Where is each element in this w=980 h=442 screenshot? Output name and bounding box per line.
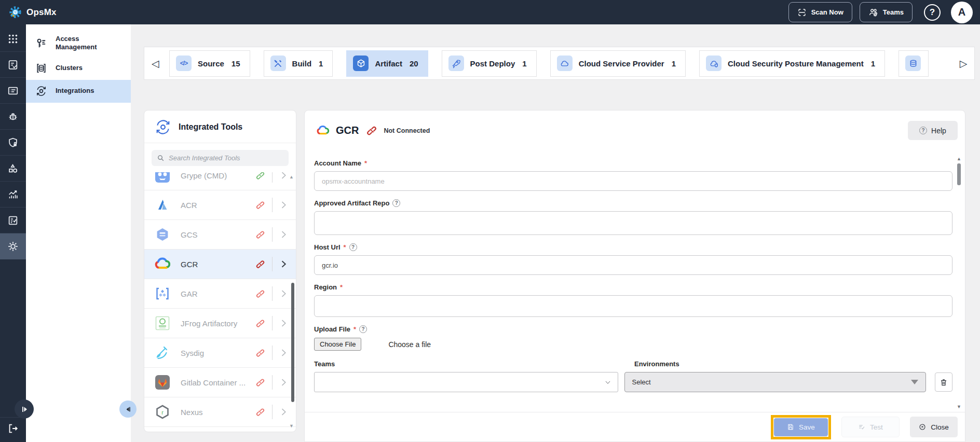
save-button[interactable]: Save — [774, 418, 828, 436]
disconnected-plug-icon — [255, 378, 265, 388]
tabs-scroll-left-icon[interactable]: ◁ — [144, 58, 166, 70]
environments-select[interactable]: Select — [624, 372, 927, 392]
bug-icon[interactable] — [0, 104, 26, 130]
form-scrollbar-thumb[interactable] — [957, 163, 961, 185]
tab-cloud-security-posture-management[interactable]: Cloud Security Posture Management 1 — [699, 50, 885, 77]
sidebar-item-label: Clusters — [56, 64, 83, 72]
sidebar-item-integrations[interactable]: Integrations — [26, 80, 131, 103]
chevron-right-icon[interactable] — [278, 318, 289, 328]
test-button[interactable]: Test — [841, 417, 900, 437]
form-scrollbar[interactable]: ▲ ▼ — [956, 156, 962, 409]
close-circle-icon — [919, 423, 926, 431]
question-circle-icon[interactable]: ? — [392, 199, 400, 207]
tools-scroll-up-icon[interactable]: ▲ — [289, 174, 294, 179]
gitlab-logo-icon — [155, 375, 170, 390]
analytics-chart-icon[interactable] — [0, 182, 26, 208]
chevron-right-icon[interactable] — [278, 348, 289, 358]
tools-scrollbar-thumb[interactable] — [291, 283, 294, 402]
approved-artifact-repo-input[interactable] — [314, 211, 952, 235]
integrated-tools-panel: Integrated Tools Grype (CMD) — [144, 110, 296, 432]
chevron-right-icon[interactable] — [278, 407, 289, 417]
host-url-input[interactable] — [314, 255, 952, 275]
close-button[interactable]: Close — [910, 417, 958, 437]
settings-gear-icon[interactable] — [0, 233, 26, 259]
disconnected-plug-icon — [255, 289, 265, 299]
chevron-right-icon[interactable] — [278, 172, 289, 181]
task-check-icon[interactable] — [0, 52, 26, 78]
tab-partial[interactable] — [899, 50, 929, 77]
tab-source[interactable]: </> Source 15 — [169, 50, 250, 77]
upload-file-row: Choose File Choose a file — [314, 338, 952, 351]
tool-row-gar[interactable]: GAR — [144, 279, 296, 309]
teams-label: Teams — [314, 360, 625, 368]
tool-row-acr[interactable]: ACR — [144, 190, 296, 220]
tool-row-jfrog-artifactory[interactable]: JFrog Artifactory — [144, 309, 296, 338]
account-name-input[interactable] — [314, 171, 952, 191]
key-icon — [35, 37, 47, 49]
chevron-right-icon[interactable] — [278, 200, 289, 210]
database-icon — [905, 56, 921, 71]
teams-icon — [868, 7, 878, 17]
tab-artifact[interactable]: Artifact 20 — [346, 50, 428, 77]
region-label: Region* — [314, 283, 952, 291]
rail-expand-handle[interactable] — [15, 399, 34, 419]
delete-environment-button[interactable] — [935, 372, 952, 392]
chevron-right-icon[interactable] — [278, 288, 289, 299]
svg-text:r: r — [161, 409, 164, 416]
environments-value: Select — [632, 378, 911, 386]
region-input[interactable] — [314, 295, 952, 317]
avatar[interactable]: A — [951, 2, 973, 23]
disconnected-plug-icon — [255, 230, 265, 240]
tools-scroll-down-icon[interactable]: ▼ — [289, 423, 294, 429]
tool-row-partial[interactable] — [144, 427, 296, 431]
tab-build[interactable]: Build 1 — [264, 50, 333, 77]
icon-rail — [0, 24, 26, 442]
audit-list-icon[interactable] — [0, 208, 26, 233]
detail-header: GCR Not Connected ? Help — [305, 111, 965, 147]
sidebar-item-clusters[interactable]: Clusters — [26, 57, 131, 80]
save-icon — [787, 423, 794, 431]
question-circle-icon[interactable]: ? — [359, 325, 367, 333]
scan-now-button[interactable]: Scan Now — [788, 2, 852, 22]
teams-button[interactable]: Teams — [860, 2, 913, 22]
choose-file-button[interactable]: Choose File — [314, 338, 361, 351]
gcr-form: Account Name* Approved Artifact Repo ? H… — [305, 154, 952, 411]
sidebar-collapse-handle[interactable] — [119, 400, 137, 418]
question-circle-icon[interactable]: ? — [349, 243, 357, 251]
test-icon — [858, 423, 865, 431]
help-icon[interactable]: ? — [924, 4, 941, 21]
trash-icon — [940, 378, 948, 386]
chevron-right-icon[interactable] — [278, 229, 289, 240]
disconnected-plug-icon — [255, 319, 265, 328]
tool-row-grype[interactable]: Grype (CMD) — [144, 172, 296, 190]
topbar-actions: Scan Now Teams ? A — [788, 2, 973, 23]
scroll-up-icon[interactable]: ▲ — [957, 156, 961, 161]
logout-icon[interactable] — [0, 417, 26, 439]
tool-row-gcs[interactable]: GCS — [144, 220, 296, 250]
list-card-icon[interactable] — [0, 78, 26, 104]
scroll-down-icon[interactable]: ▼ — [957, 404, 961, 409]
tool-row-gitlab-container[interactable]: Gitlab Container ... — [144, 368, 296, 397]
gar-logo-icon — [155, 286, 170, 301]
detail-title: GCR — [336, 125, 359, 136]
chevron-right-icon[interactable] — [278, 259, 289, 269]
tool-row-sysdig[interactable]: Sysdig — [144, 338, 296, 368]
apps-grid-icon[interactable] — [0, 26, 26, 52]
tool-row-nexus[interactable]: r Nexus — [144, 397, 296, 427]
tools-search — [152, 150, 289, 166]
tab-post-deploy[interactable]: Post Deploy 1 — [442, 50, 537, 77]
sidebar-item-access-management[interactable]: Access Management — [26, 30, 131, 57]
chevron-right-icon[interactable] — [278, 377, 289, 388]
search-input[interactable] — [169, 154, 283, 162]
teams-select[interactable] — [314, 372, 618, 392]
shield-lock-icon[interactable] — [0, 130, 26, 156]
tool-row-gcr[interactable]: GCR — [144, 250, 296, 279]
tabs-scroll-right-icon[interactable]: ▷ — [952, 58, 974, 70]
disconnected-plug-icon — [255, 348, 265, 358]
help-button[interactable]: ? Help — [908, 121, 958, 140]
shapes-icon[interactable] — [0, 156, 26, 182]
tab-cloud-service-provider[interactable]: Cloud Service Provider 1 — [550, 50, 686, 77]
code-icon: </> — [176, 56, 192, 71]
sidebar-item-label: Integrations — [56, 87, 94, 95]
teams-label: Teams — [883, 8, 904, 16]
